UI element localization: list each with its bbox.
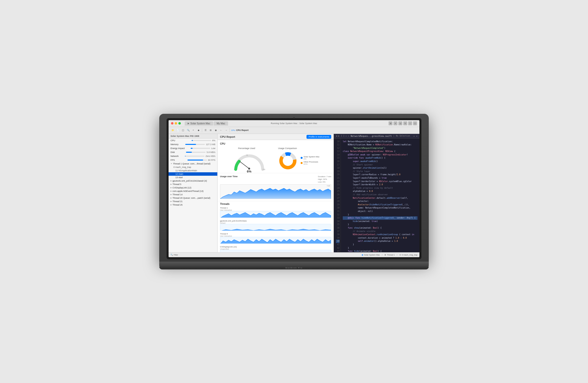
bottom-app-item: ◉ Solar System Mac: [362, 254, 380, 256]
usage-chart-header: Usage over Time Duration: 7 min High: 32…: [220, 175, 331, 184]
cpu-report-label: CPU Report: [236, 129, 249, 132]
thread-5-row[interactable]: ▶ Thread 5: [168, 183, 217, 186]
toolbar: 📁 📄 { } 🔍 + ◆ ☰ ⊞ ◉ ← → CPU CPU Report: [168, 127, 420, 134]
code-line-15: @IBOutlet weak var spinner: NSProgressIn…: [343, 153, 418, 157]
line-numbers: 1011121314 1516171819 2021222324 2526272…: [334, 138, 341, 252]
screen-bezel: ▶ Solar System Mac My Mac Running Solar …: [167, 118, 421, 259]
speedometer-chart: Percentage Used 0: [220, 147, 273, 171]
code-line-41: hide(animated: true): [343, 220, 418, 223]
macbook-brand: MacBook Pro: [285, 267, 303, 269]
code-line-27: layer?.borderWidth = 2.0: [343, 183, 418, 187]
gauge-cpu[interactable]: CPU 6%: [168, 138, 217, 142]
svg-line-3: [240, 162, 249, 169]
gauge-fill-network: [185, 156, 186, 157]
speedometer-svg-container: 0 75 150 6%: [232, 151, 261, 171]
close-button[interactable]: [171, 122, 173, 125]
donut-container: Solar System Mac 6% Other P: [278, 151, 319, 171]
chart-time-label: 7:05: [327, 185, 330, 187]
thread-bar-gpu: [220, 224, 331, 231]
thread-cvdisplay-row[interactable]: ▶ CVDisplayLink (12): [168, 186, 217, 190]
minimize-button[interactable]: [175, 122, 177, 125]
tab-my-mac[interactable]: My Mac: [214, 121, 228, 126]
code-line-18: super.awakeFromNib(): [343, 160, 418, 163]
gauge-bar-memory: [185, 144, 205, 145]
right-panel: ◀ ▶ { } ▸ ▸ NetworkReques...gressView.sw…: [334, 134, 420, 252]
code-line-36: name: NetworkRequestCompletedNotificatio…: [343, 206, 418, 210]
gauge-bar-disk: [186, 152, 206, 153]
code-line-23: // Style layer: [343, 170, 418, 173]
cpu-section: CPU Percentage Used: [218, 140, 334, 173]
thread-chart-5: Thread 5 User Interactive: [220, 233, 331, 244]
cpu-report-icon[interactable]: CPU: [231, 128, 235, 133]
filter-item[interactable]: 🔍 Filter: [170, 254, 178, 256]
layout-icon-6[interactable]: □□: [413, 121, 417, 125]
layout-icon-2[interactable]: ≡: [394, 121, 397, 125]
gauge-disk[interactable]: Disk 5.8 MB/s: [168, 150, 217, 154]
arrow-right-icon[interactable]: →: [224, 128, 228, 133]
editor-body: 1011121314 1516171819 2021222324 2526272…: [334, 138, 420, 252]
usage-time-chart-area: 7:05: [220, 184, 331, 199]
camera-dot: [293, 117, 295, 119]
gauge-network[interactable]: Network Zero KB/s: [168, 154, 217, 158]
profile-instruments-button[interactable]: Profile in Instruments: [307, 135, 331, 139]
code-line-34: selector:: [343, 200, 418, 203]
thread-gpu-row[interactable]: ▶ gputools.smt_poll.0x10410aea0 (4): [168, 179, 217, 183]
thread-main-row[interactable]: 12 main: [168, 172, 217, 176]
code-line-49: }: [343, 243, 418, 247]
gauge-fill-memory: [185, 144, 196, 145]
file-icon[interactable]: 📄: [176, 128, 180, 133]
tab-solar-system-mac[interactable]: ▶ Solar System Mac: [185, 121, 213, 126]
thread-mach-row[interactable]: 0 mach_msg_trap: [168, 165, 217, 169]
folder-icon[interactable]: 📁: [170, 128, 175, 133]
thread-21-row[interactable]: ▶ Thread 21: [168, 200, 217, 203]
view-icon[interactable]: ◉: [214, 128, 218, 133]
usage-chart: Usage over Time Duration: 7 min High: 32…: [218, 173, 334, 201]
donut-legend: Solar System Mac 6% Other P: [301, 156, 319, 166]
layout-icon-3[interactable]: ◎: [398, 121, 402, 125]
code-line-47: context.duration = animated ? 1.0 : 0.0: [343, 236, 418, 240]
legend-solar: Solar System Mac 6%: [301, 156, 319, 160]
plus-icon[interactable]: +: [191, 128, 195, 133]
thread-14-row[interactable]: ▶ Thread 14: [168, 193, 217, 196]
bottom-queue-item: ⊙ 0 mach_msg_trap: [399, 254, 418, 256]
legend-dot-solar: [301, 157, 303, 159]
thread-nsevent-row[interactable]: ▶ com.apple.NSEventThread (13): [168, 190, 217, 193]
svg-text:150: 150: [262, 169, 265, 170]
layout-icon-5[interactable]: □: [408, 121, 412, 125]
gauge-energy[interactable]: Energy Impact Low: [168, 146, 217, 150]
thread-chart-cvdisplay: CVDisplayLink (12) Unspecified: [220, 246, 331, 252]
thread-bar-cvdisplay: [220, 250, 331, 252]
code-line-10: let NetworkRequestCompletedNotification:: [343, 140, 418, 143]
editor-filename: NetworkReques...gressView.swift: [351, 135, 392, 137]
search-icon[interactable]: 🔍: [186, 128, 190, 133]
thread-20-row[interactable]: ▶ Thread 20 Queue: com....patch (serial): [168, 196, 217, 200]
layout-icon-4[interactable]: ↻: [403, 121, 407, 125]
left-panel-header: Solar System Mac PID 1908: [168, 134, 217, 138]
maximize-button[interactable]: [178, 122, 181, 125]
code-line-37: object: nil): [343, 210, 418, 213]
gauge-memory[interactable]: Memory 127.3 MB: [168, 142, 217, 146]
usage-chart-info: Duration: 7 min High: 32% Low: 0%: [318, 175, 331, 184]
laptop: ▶ Solar System Mac My Mac Running Solar …: [159, 114, 429, 269]
arrow-icon[interactable]: ←: [219, 128, 223, 133]
source-icon[interactable]: { }: [181, 128, 185, 133]
thread-bar-1: [220, 211, 331, 218]
thread-25-row[interactable]: ▶ Thread 25: [168, 203, 217, 207]
gauge-bar-energy: [191, 148, 210, 149]
code-line-25: layer?.masksToBounds = true: [343, 176, 418, 180]
thread-1-row[interactable]: ▼ Thread 1 Queue: com....thread (serial): [168, 162, 217, 165]
thread-bar-5: [220, 237, 331, 244]
laptop-body: ▶ Solar System Mac My Mac Running Solar …: [159, 114, 429, 262]
no-selection-label: No Selection: [396, 135, 410, 137]
thread-nsapp-row[interactable]: 11 NSApplicationMain: [168, 169, 217, 172]
laptop-bottom: MacBook Pro: [159, 267, 429, 269]
main-content: Solar System Mac PID 1908 CPU 6% Memory: [168, 134, 420, 252]
cpu-charts: Percentage Used 0: [220, 147, 331, 171]
gauge-fps[interactable]: FPS 60 FPS: [168, 158, 217, 162]
diamond-icon[interactable]: ◆: [196, 128, 201, 133]
grid-icon[interactable]: ⊞: [209, 128, 213, 133]
list-icon[interactable]: ☰: [203, 128, 208, 133]
svg-text:75: 75: [246, 154, 248, 156]
thread-start-row[interactable]: 13 start: [168, 176, 217, 179]
layout-icon-1[interactable]: ⊞: [389, 121, 393, 125]
